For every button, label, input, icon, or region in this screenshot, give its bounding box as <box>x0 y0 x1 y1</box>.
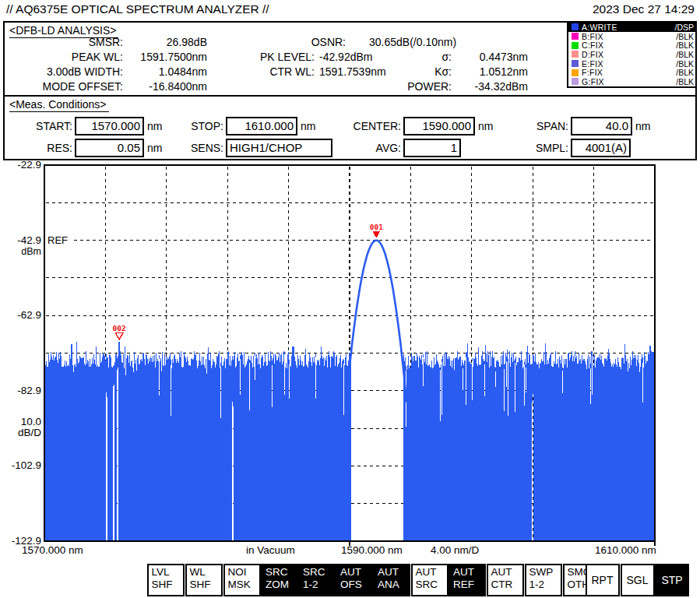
softkey-lvl-shf[interactable]: LVLSHF <box>147 564 185 596</box>
softkey-sgl[interactable]: SGL <box>621 564 655 596</box>
span-label: SPAN: <box>536 117 568 135</box>
trace-display-mode: /DSP <box>674 23 694 32</box>
ref-level-label: REF <box>47 234 69 246</box>
y-tick--22.9: -22.9 <box>1 160 41 171</box>
x-start-label: 1570.000 nm <box>22 544 83 556</box>
trace-display-mode: /BLK <box>676 50 694 59</box>
trace-name: F:FIX <box>582 68 676 77</box>
trace-color-swatch <box>572 60 579 67</box>
start-label: START: <box>16 117 72 135</box>
osnr-label: OSNR: <box>228 36 346 48</box>
trace-color-swatch <box>572 69 579 76</box>
trace-color-swatch <box>572 33 579 40</box>
mode-offset-label: MODE OFFSET: <box>6 80 123 93</box>
spectrum-peak-trace <box>346 241 407 402</box>
trace-row-E[interactable]: E:FIX/BLK <box>568 59 695 69</box>
softkey-noi-msk[interactable]: NOIMSK <box>223 564 261 596</box>
trace-name: A:WRITE <box>582 23 674 32</box>
res-unit: nm <box>147 139 162 157</box>
span-unit: nm <box>635 117 650 135</box>
x-scale-label: 4.00 nm/D <box>431 544 479 556</box>
sens-label: SENS: <box>167 139 223 157</box>
softkey-rpt[interactable]: RPT <box>586 564 620 596</box>
power-label: POWER: <box>378 80 452 93</box>
trace-color-swatch <box>572 23 579 30</box>
trace-name: B:FIX <box>582 32 676 41</box>
sens-field[interactable]: HIGH1/CHOP <box>226 139 332 157</box>
pk-level-label: PK LEVEL: <box>199 51 315 63</box>
y-tick--82.9: -82.9 <box>1 385 41 396</box>
y-unit: dBm <box>1 246 41 257</box>
smpl-field[interactable]: 4001(A) <box>571 139 631 157</box>
trace-name: D:FIX <box>582 50 676 59</box>
mode-offset-value: -16.8400nm <box>123 80 207 93</box>
softkey-aut-ctr[interactable]: AUTCTR <box>487 564 524 596</box>
softkey-aut-ofs[interactable]: AUTOFS <box>336 564 373 596</box>
y-tick--62.9: -62.9 <box>1 310 41 321</box>
res-field[interactable]: 0.05 <box>75 139 144 157</box>
stop-label: STOP: <box>179 117 223 135</box>
trace-row-A[interactable]: A:WRITE/DSP <box>568 23 695 32</box>
trace-display-mode: /BLK <box>676 32 694 41</box>
width-3db-label: 3.00dB WIDTH: <box>6 65 123 78</box>
ksigma-label: Kσ: <box>378 65 452 78</box>
smpl-label: SMPL: <box>523 139 568 157</box>
trace-row-D[interactable]: D:FIX/BLK <box>568 50 695 59</box>
trace-row-G[interactable]: G:FIX/BLK <box>568 77 695 86</box>
softkey-row-right: RPTSGLSTP <box>585 564 689 596</box>
y-scale-unit: dB/D <box>1 427 41 438</box>
softkey-stp[interactable]: STP <box>655 564 689 596</box>
x-medium-label: in Vacuum <box>246 544 295 556</box>
avg-field[interactable]: 1 <box>403 139 461 157</box>
start-field[interactable]: 1570.000 <box>75 117 144 135</box>
osa-screen: // AQ6375E OPTICAL SPECTRUM ANALYZER // … <box>0 0 700 598</box>
trace-name: G:FIX <box>582 77 676 86</box>
peak-marker-002 <box>115 333 123 340</box>
softkey-aut-ref[interactable]: AUTREF <box>448 564 486 596</box>
peak-wl-label: PEAK WL: <box>6 51 123 63</box>
stop-field[interactable]: 1610.000 <box>226 117 297 135</box>
trace-legend-list: A:WRITE/DSPB:FIX/BLKC:FIX/BLKD:FIX/BLKE:… <box>568 23 695 86</box>
smsr-value: 26.98dB <box>123 36 207 48</box>
trace-row-C[interactable]: C:FIX/BLK <box>568 40 695 50</box>
marker-label-002: 002 <box>113 324 126 332</box>
span-field[interactable]: 40.0 <box>571 117 632 135</box>
stop-unit: nm <box>301 117 315 135</box>
trace-display-mode: /BLK <box>676 40 694 50</box>
trace-row-F[interactable]: F:FIX/BLK <box>568 68 695 77</box>
peak-marker-001 <box>373 231 381 238</box>
width-3db-value: 1.0484nm <box>123 65 207 78</box>
ctr-wl-label: CTR WL: <box>199 65 315 78</box>
softkey-src-1-2[interactable]: SRC1-2 <box>298 564 336 596</box>
smsr-label: SMSR: <box>6 36 123 48</box>
trace-legend-panel: A:WRITE/DSPB:FIX/BLKC:FIX/BLKD:FIX/BLKE:… <box>567 21 697 88</box>
y-tick--102.9: -102.9 <box>1 460 41 471</box>
sigma-value: 0.4473nm <box>445 51 528 63</box>
y-tick--42.9: -42.9 <box>1 235 41 246</box>
sigma-label: σ: <box>378 51 452 63</box>
x-stop-label: 1610.000 nm <box>595 544 656 556</box>
avg-label: AVG: <box>358 139 401 157</box>
ksigma-value: 1.0512nm <box>445 65 528 78</box>
datetime: 2023 Dec 27 14:29 <box>593 2 695 16</box>
trace-row-B[interactable]: B:FIX/BLK <box>568 32 695 41</box>
trace-display-mode: /BLK <box>676 77 694 86</box>
trace-name: C:FIX <box>582 40 676 50</box>
center-field[interactable]: 1590.000 <box>403 117 475 135</box>
osnr-value: 30.65dB(/0.10nm) <box>369 36 456 48</box>
app-title: // AQ6375E OPTICAL SPECTRUM ANALYZER // <box>6 2 269 16</box>
power-value: -34.32dBm <box>445 80 528 93</box>
trace-display-mode: /BLK <box>676 59 694 69</box>
softkey-wl-shf[interactable]: WLSHF <box>185 564 223 596</box>
grid <box>46 167 653 540</box>
marker-label-001: 001 <box>370 223 383 231</box>
trace-display-mode: /BLK <box>676 68 694 77</box>
noise-floor-trace <box>45 342 655 542</box>
trace-color-swatch <box>572 78 579 85</box>
y-scale-value: 10.0 <box>1 417 41 427</box>
softkey-aut-src[interactable]: AUTSRC <box>411 564 448 596</box>
softkey-aut-ana[interactable]: AUTANA <box>373 564 410 596</box>
pk-level-value: -42.92dBm <box>319 51 372 63</box>
softkey-swp-1-2[interactable]: SWP1-2 <box>525 564 562 596</box>
softkey-src-zom[interactable]: SRCZOM <box>261 564 298 596</box>
